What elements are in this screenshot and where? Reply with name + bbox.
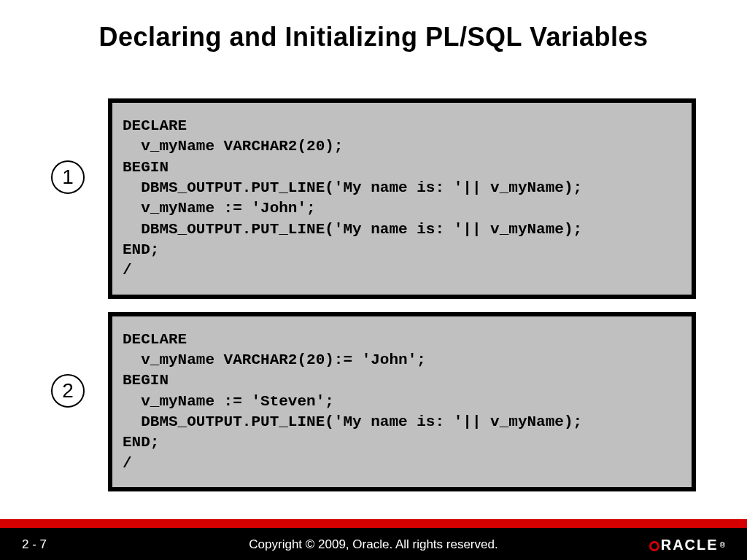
- footer-bar: 2 - 7 Copyright © 2009, Oracle. All righ…: [0, 528, 747, 560]
- code-wrap-2: DECLARE v_myName VARCHAR2(20):= 'John'; …: [108, 312, 696, 491]
- footer-accent-bar: [0, 519, 747, 528]
- registered-mark: ®: [720, 541, 727, 549]
- slide: Declaring and Initializing PL/SQL Variab…: [0, 0, 747, 560]
- logo-text: RACLE: [661, 537, 719, 553]
- oracle-logo: RACLE®: [649, 537, 727, 553]
- content-area: 1 DECLARE v_myName VARCHAR2(20); BEGIN D…: [51, 98, 696, 505]
- code-wrap-1: DECLARE v_myName VARCHAR2(20); BEGIN DBM…: [108, 98, 696, 299]
- badge-2: 2: [51, 374, 85, 408]
- copyright-text: Copyright © 2009, Oracle. All rights res…: [0, 537, 747, 552]
- example-1: 1 DECLARE v_myName VARCHAR2(20); BEGIN D…: [51, 98, 696, 299]
- badge-1: 1: [51, 160, 85, 194]
- slide-title: Declaring and Initializing PL/SQL Variab…: [0, 22, 747, 52]
- example-2: 2 DECLARE v_myName VARCHAR2(20):= 'John'…: [51, 312, 696, 491]
- code-block-1: DECLARE v_myName VARCHAR2(20); BEGIN DBM…: [112, 103, 692, 295]
- code-block-2: DECLARE v_myName VARCHAR2(20):= 'John'; …: [112, 316, 692, 487]
- oracle-o-icon: [649, 541, 659, 551]
